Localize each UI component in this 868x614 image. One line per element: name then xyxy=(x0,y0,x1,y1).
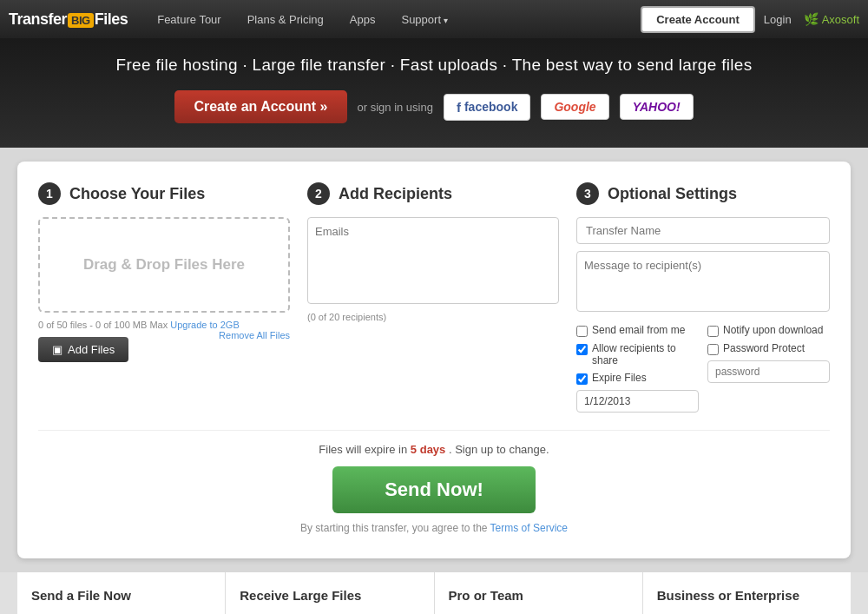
feature-business[interactable]: Business or Enterprise xyxy=(643,572,851,614)
settings-options: Send email from me Allow recipients to s… xyxy=(576,324,830,413)
file-icon: ▣ xyxy=(52,343,62,356)
add-files-button[interactable]: ▣ Add Files xyxy=(38,337,128,362)
terms-text: By starting this transfer, you agree to … xyxy=(38,522,830,534)
hero-section: Free file hosting · Large file transfer … xyxy=(0,38,868,148)
send-email-label: Send email from me xyxy=(592,324,685,336)
expire-notice: Files will expire in 5 days . Sign up to… xyxy=(38,443,830,456)
expire-date-input[interactable]: 1/12/2013 xyxy=(576,390,699,413)
expire-days: 5 days xyxy=(411,443,445,456)
message-textarea[interactable] xyxy=(576,251,830,312)
password-protect-option: Password Protect xyxy=(707,342,830,355)
feature-send-file[interactable]: Send a File Now Send a large file right … xyxy=(17,572,226,614)
step2-column: 2 Add Recipients (0 of 20 recipients) xyxy=(307,182,559,413)
signup-link[interactable]: Sign up xyxy=(455,443,493,456)
send-email-option: Send email from me xyxy=(576,324,699,337)
feature-send-title: Send a File Now xyxy=(31,588,211,603)
yahoo-signin-button[interactable]: YAHOO! xyxy=(620,94,694,120)
facebook-signin-button[interactable]: f facebook xyxy=(444,94,530,121)
drag-drop-text: Drag & Drop Files Here xyxy=(83,256,245,274)
main-section: 1 Choose Your Files Drag & Drop Files He… xyxy=(0,148,868,572)
nav-links: Feature Tour Plans & Pricing Apps Suppor… xyxy=(145,8,632,31)
to-change-text: to change. xyxy=(496,443,549,456)
nav-apps[interactable]: Apps xyxy=(338,8,388,31)
step1-number: 1 xyxy=(38,182,61,205)
notify-download-option: Notify upon download xyxy=(707,324,830,337)
nav-support[interactable]: Support xyxy=(389,8,459,31)
allow-share-option: Allow recipients to share xyxy=(576,342,699,366)
add-files-label: Add Files xyxy=(68,343,115,356)
password-input[interactable] xyxy=(707,360,830,383)
features-section: Send a File Now Send a large file right … xyxy=(0,572,868,614)
hero-actions: Create an Account or sign in using f fac… xyxy=(17,90,851,123)
step1-header: 1 Choose Your Files xyxy=(38,182,290,205)
step1-title: Choose Your Files xyxy=(69,185,205,203)
google-signin-button[interactable]: Google xyxy=(541,94,608,120)
feature-pro-team[interactable]: Pro or Team xyxy=(435,572,643,614)
columns: 1 Choose Your Files Drag & Drop Files He… xyxy=(38,182,830,413)
expire-files-option: Expire Files xyxy=(576,372,699,385)
notify-download-checkbox[interactable] xyxy=(707,326,719,337)
terms-prefix: By starting this transfer, you agree to … xyxy=(300,522,487,534)
nav-plans-pricing[interactable]: Plans & Pricing xyxy=(235,8,336,31)
logo-big: BIG xyxy=(68,13,94,28)
remove-all-link[interactable]: Remove All Files xyxy=(219,330,290,340)
password-protect-checkbox[interactable] xyxy=(707,344,719,355)
step2-number: 2 xyxy=(307,182,330,205)
nav-axosoft-link[interactable]: Axosoft xyxy=(804,12,859,26)
upgrade-link[interactable]: Upgrade to 2GB xyxy=(170,320,240,330)
file-count: 0 of 50 files xyxy=(38,320,87,330)
allow-share-label: Allow recipients to share xyxy=(592,342,699,366)
expire-files-checkbox[interactable] xyxy=(576,373,588,385)
step1-column: 1 Choose Your Files Drag & Drop Files He… xyxy=(38,182,290,413)
settings-col-left: Send email from me Allow recipients to s… xyxy=(576,324,699,413)
logo[interactable]: TransferBIGFiles xyxy=(9,10,128,29)
navigation: TransferBIGFiles Feature Tour Plans & Pr… xyxy=(0,0,868,38)
allow-share-checkbox[interactable] xyxy=(576,344,588,355)
terms-of-service-link[interactable]: Terms of Service xyxy=(490,522,568,534)
facebook-label: facebook xyxy=(464,100,517,114)
hero-tagline: Free file hosting · Large file transfer … xyxy=(17,56,851,75)
notify-download-label: Notify upon download xyxy=(723,324,823,336)
recipient-count: (0 of 20 recipients) xyxy=(307,312,559,322)
step3-title: Optional Settings xyxy=(608,185,737,203)
yahoo-label: YAHOO! xyxy=(633,100,681,114)
logo-prefix: Transfer xyxy=(9,10,67,28)
feature-receive-title: Receive Large Files xyxy=(240,588,419,603)
transfer-name-input[interactable] xyxy=(576,217,830,244)
step3-number: 3 xyxy=(576,182,599,205)
feature-pro-title: Pro or Team xyxy=(449,588,628,603)
main-card: 1 Choose Your Files Drag & Drop Files He… xyxy=(17,162,851,558)
send-section: Files will expire in 5 days . Sign up to… xyxy=(38,430,830,534)
or-text: or sign in using xyxy=(358,101,433,114)
nav-login-link[interactable]: Login xyxy=(764,13,792,26)
nav-create-account-button[interactable]: Create Account xyxy=(641,6,755,33)
hero-create-account-button[interactable]: Create an Account xyxy=(174,90,346,123)
send-now-button[interactable]: Send Now! xyxy=(332,466,536,513)
send-email-checkbox[interactable] xyxy=(576,326,588,337)
file-info: 0 of 50 files - 0 of 100 MB Max Upgrade … xyxy=(38,320,290,330)
drag-drop-area[interactable]: Drag & Drop Files Here xyxy=(38,217,290,313)
feature-receive-files[interactable]: Receive Large Files xyxy=(226,572,434,614)
nav-feature-tour[interactable]: Feature Tour xyxy=(145,8,233,31)
feature-business-title: Business or Enterprise xyxy=(657,588,837,603)
file-size: 0 of 100 MB Max xyxy=(95,320,168,330)
features-grid: Send a File Now Send a large file right … xyxy=(17,572,851,614)
password-protect-label: Password Protect xyxy=(723,342,805,354)
emails-textarea[interactable] xyxy=(307,217,559,304)
settings-col-right: Notify upon download Password Protect xyxy=(707,324,830,413)
expire-prefix: Files will expire in xyxy=(319,443,407,456)
step2-title: Add Recipients xyxy=(339,185,452,203)
step2-header: 2 Add Recipients xyxy=(307,182,559,205)
google-label: Google xyxy=(554,100,595,114)
step3-header: 3 Optional Settings xyxy=(576,182,830,205)
logo-suffix: Files xyxy=(95,10,128,28)
facebook-icon: f xyxy=(457,100,461,115)
step3-column: 3 Optional Settings Send email from me A… xyxy=(576,182,830,413)
expire-files-label: Expire Files xyxy=(592,372,647,384)
